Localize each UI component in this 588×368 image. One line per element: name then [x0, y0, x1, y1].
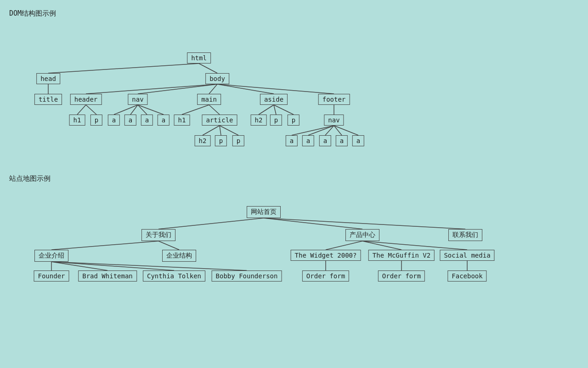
tree-node-products: 产品中心 [345, 229, 379, 241]
svg-line-38 [362, 241, 401, 250]
svg-line-5 [209, 84, 217, 94]
tree-node-nav_2: nav [324, 115, 344, 126]
svg-line-37 [326, 241, 362, 250]
tree-node-nav: nav [128, 94, 147, 105]
tree-node-a_5: a [286, 135, 298, 146]
svg-line-15 [209, 105, 220, 115]
tree-node-a_6: a [302, 135, 314, 146]
tree-node-home: 网站首页 [247, 206, 281, 218]
svg-line-20 [274, 105, 276, 115]
svg-line-28 [158, 218, 264, 229]
tree-node-order2: Order form [378, 270, 425, 282]
svg-line-4 [138, 84, 217, 94]
tree-node-cynthia: Cynthia Tolken [143, 270, 205, 282]
svg-line-0 [48, 63, 199, 73]
tree-node-html: html [187, 52, 211, 63]
svg-line-27 [334, 126, 358, 135]
tree-node-company_intro: 企业介绍 [34, 250, 68, 262]
svg-line-17 [220, 126, 221, 135]
tree-node-h2_1: h2 [251, 115, 267, 126]
svg-line-6 [217, 84, 274, 94]
tree-node-order1: Order form [302, 270, 349, 282]
dom-section-title: DOM结构图示例 [9, 9, 579, 18]
svg-line-32 [158, 241, 179, 250]
tree-node-a_9: a [352, 135, 364, 146]
svg-line-10 [114, 105, 138, 115]
svg-line-23 [292, 126, 334, 135]
svg-line-35 [51, 262, 174, 270]
svg-line-8 [77, 105, 86, 115]
tree-node-about: 关于我们 [141, 229, 175, 241]
tree-node-body: body [205, 73, 229, 84]
svg-line-26 [334, 126, 342, 135]
tree-node-p_5: p [232, 135, 244, 146]
tree-node-a_2: a [124, 115, 136, 126]
tree-node-h2_2: h2 [195, 135, 211, 146]
tree-node-main: main [197, 94, 221, 105]
sitemap-section-title: 站点地图示例 [9, 174, 579, 183]
svg-line-11 [130, 105, 138, 115]
tree-node-contact: 联系我们 [448, 229, 482, 241]
svg-line-34 [51, 262, 107, 270]
tree-node-a_4: a [158, 115, 170, 126]
tree-node-p_2: p [270, 115, 282, 126]
tree-node-mcguffin: The McGuffin V2 [368, 250, 435, 261]
tree-node-aside: aside [260, 94, 288, 105]
tree-node-title: title [34, 94, 62, 105]
tree-node-widget: The Widget 2000? [291, 250, 361, 261]
tree-node-facebook: Facebook [447, 270, 486, 282]
tree-node-social_media: Social media [440, 250, 494, 261]
tree-node-head: head [36, 73, 60, 84]
tree-node-company_structure: 企业结构 [162, 250, 196, 262]
tree-node-a_1: a [108, 115, 120, 126]
svg-line-13 [138, 105, 164, 115]
svg-line-3 [86, 84, 217, 94]
tree-node-p_1: p [90, 115, 102, 126]
svg-line-18 [220, 126, 238, 135]
svg-line-21 [274, 105, 294, 115]
tree-node-h1_1: h1 [69, 115, 85, 126]
tree-node-a_7: a [319, 135, 331, 146]
tree-node-p_3: p [288, 115, 300, 126]
svg-line-9 [86, 105, 96, 115]
svg-line-24 [308, 126, 334, 135]
svg-line-31 [51, 241, 158, 250]
tree-node-a_8: a [336, 135, 348, 146]
svg-line-29 [264, 218, 362, 229]
tree-node-article: article [202, 115, 237, 126]
svg-line-14 [182, 105, 209, 115]
svg-line-36 [51, 262, 247, 270]
tree-node-bobby: Bobby Founderson [212, 270, 282, 282]
tree-node-founder: Founder [34, 270, 69, 282]
svg-line-39 [362, 241, 467, 250]
svg-line-16 [203, 126, 220, 135]
tree-node-footer: footer [318, 94, 350, 105]
svg-line-19 [259, 105, 274, 115]
tree-node-a_3: a [141, 115, 153, 126]
dom-diagram: htmlheadbodytitleheadernavmainasidefoote… [9, 27, 579, 156]
svg-line-30 [264, 218, 465, 229]
tree-node-h1_2: h1 [174, 115, 190, 126]
tree-node-brad: Brad Whiteman [78, 270, 137, 282]
svg-line-25 [325, 126, 334, 135]
tree-node-p_4: p [215, 135, 227, 146]
svg-line-7 [217, 84, 334, 94]
sitemap-diagram: 网站首页关于我们产品中心联系我们企业介绍企业结构The Widget 2000?… [9, 192, 579, 293]
svg-line-1 [199, 63, 217, 73]
svg-line-12 [138, 105, 147, 115]
tree-node-header: header [70, 94, 102, 105]
